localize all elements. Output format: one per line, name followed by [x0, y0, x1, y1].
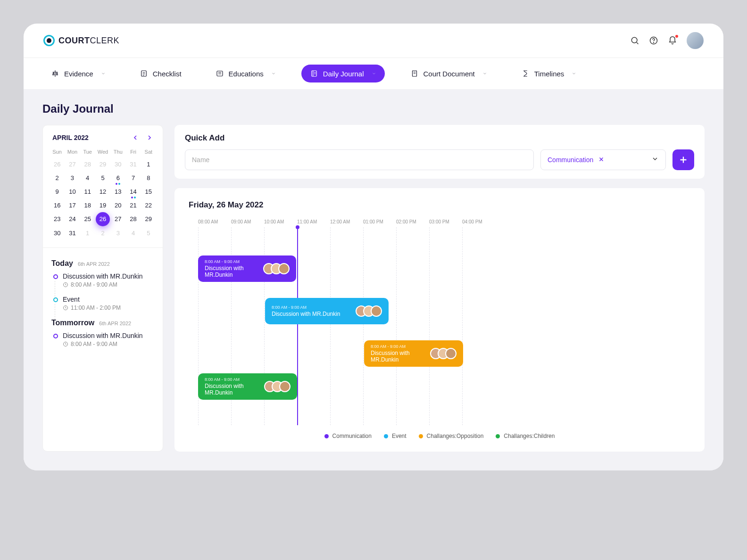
calendar-day[interactable]: 2: [50, 171, 65, 185]
calendar-day[interactable]: 7: [125, 171, 141, 185]
timeline-event[interactable]: 8:00 AM - 9:00 AMDiscussion with MR.Dunk…: [265, 298, 389, 324]
calendar-nav: [132, 134, 153, 141]
legend-label: Challanges:Children: [504, 433, 555, 439]
calendar-day[interactable]: 19: [95, 198, 110, 212]
calendar-day[interactable]: 1: [141, 157, 156, 171]
calendar-day[interactable]: 14: [125, 185, 141, 198]
avatar-icon: [371, 305, 382, 317]
quick-add-category-select[interactable]: Communication: [540, 149, 666, 170]
calendar-day[interactable]: 4: [80, 171, 95, 185]
svg-point-0: [631, 37, 637, 43]
calendar-day[interactable]: 30: [110, 157, 125, 171]
agenda-item[interactable]: Event 11:00 AM - 2:00 PM: [51, 296, 154, 311]
help-icon[interactable]: [649, 36, 658, 45]
timeline-event-time: 8:00 AM - 9:00 AM: [272, 305, 340, 310]
calendar-day[interactable]: 31: [65, 226, 80, 240]
timeline-event-title: Discussion with MR.Dunkin: [205, 383, 259, 396]
calendar-day[interactable]: 16: [50, 198, 65, 212]
calendar-day[interactable]: 27: [110, 212, 125, 226]
calendar-day[interactable]: 13: [110, 185, 125, 198]
legend-label: Event: [392, 433, 407, 439]
calendar-day[interactable]: 26: [50, 157, 65, 171]
quick-add-submit-button[interactable]: [672, 149, 694, 170]
timeline-event[interactable]: 8:00 AM - 9:00 AMDiscussion with MR.Dunk…: [364, 340, 463, 367]
calendar-day[interactable]: 3: [65, 171, 80, 185]
timeline-hour-label: 11:00 AM: [297, 219, 330, 224]
calendar-day[interactable]: 20: [110, 198, 125, 212]
legend-item: Communication: [324, 433, 372, 439]
chevron-down-icon: [271, 71, 276, 76]
calendar-day[interactable]: 26: [96, 212, 110, 226]
notifications-icon[interactable]: [668, 36, 677, 45]
calendar-dow: Thu: [110, 146, 125, 157]
calendar-day[interactable]: 22: [141, 198, 156, 212]
timeline-legend: CommunicationEventChallanges:OppositionC…: [189, 433, 690, 439]
nav-item-educations[interactable]: Educations: [207, 65, 284, 82]
agenda-section-date: 6th APR 2022: [78, 261, 110, 267]
nav-icon: [216, 69, 224, 78]
timeline-hour-label: 02:00 PM: [396, 219, 429, 224]
calendar-day[interactable]: 28: [125, 212, 141, 226]
nav-item-evidence[interactable]: Evidence: [42, 65, 114, 82]
calendar-day[interactable]: 29: [141, 212, 156, 226]
calendar-day[interactable]: 10: [65, 185, 80, 198]
nav-item-court-document[interactable]: Court Document: [402, 65, 496, 82]
calendar-day[interactable]: 8: [141, 171, 156, 185]
top-icons: [630, 32, 704, 49]
agenda-bullet: [53, 334, 58, 338]
agenda-bullet: [53, 274, 58, 279]
timeline-now-indicator: [297, 227, 298, 425]
timeline-hour-label: 10:00 AM: [264, 219, 297, 224]
timeline-body: 8:00 AM - 9:00 AMDiscussion with MR.Dunk…: [189, 227, 690, 425]
chevron-down-icon: [572, 71, 576, 76]
calendar-day[interactable]: 4: [125, 226, 141, 240]
calendar-day[interactable]: 29: [95, 157, 110, 171]
calendar-day[interactable]: 25: [80, 212, 95, 226]
calendar-day[interactable]: 21: [125, 198, 141, 212]
timeline-event[interactable]: 8:00 AM - 9:00 AMDiscussion with MR.Dunk…: [198, 255, 296, 282]
calendar-day[interactable]: 23: [50, 212, 65, 226]
calendar-day[interactable]: 6: [110, 171, 125, 185]
nav-icon: [310, 69, 318, 78]
calendar-day[interactable]: 17: [65, 198, 80, 212]
calendar-day[interactable]: 1: [80, 226, 95, 240]
calendar-day[interactable]: 9: [50, 185, 65, 198]
timeline-event-title: Discussion with MR.Dunkin: [272, 311, 340, 317]
search-icon[interactable]: [630, 36, 639, 45]
logo[interactable]: COURTCLERK: [43, 35, 119, 46]
calendar-prev-button[interactable]: [132, 134, 139, 141]
calendar-day[interactable]: 28: [80, 157, 95, 171]
chevron-down-icon: [101, 71, 106, 76]
calendar-day[interactable]: 5: [95, 171, 110, 185]
calendar-day[interactable]: 5: [141, 226, 156, 240]
layout: APRIL 2022 SunMonTueWedThuFriSat26272829…: [42, 125, 705, 452]
calendar-day[interactable]: 11: [80, 185, 95, 198]
calendar-day[interactable]: 15: [141, 185, 156, 198]
agenda-item[interactable]: Discussion with MR.Dunkin 8:00 AM - 9:00…: [51, 272, 154, 288]
agenda-item[interactable]: Discussion with MR.Dunkin 8:00 AM - 9:00…: [51, 332, 154, 347]
calendar-day[interactable]: 31: [125, 157, 141, 171]
calendar-day[interactable]: 30: [50, 226, 65, 240]
nav-item-daily-journal[interactable]: Daily Journal: [301, 65, 385, 82]
agenda-section-title: Tommorrow: [51, 319, 94, 327]
calendar-day[interactable]: 2: [95, 226, 110, 240]
calendar-day[interactable]: 27: [65, 157, 80, 171]
tag-clear-icon[interactable]: [598, 156, 605, 164]
calendar-day[interactable]: 12: [95, 185, 110, 198]
legend-dot: [496, 434, 500, 438]
calendar-day[interactable]: 18: [80, 198, 95, 212]
timeline-header: 08:00 AM09:00 AM10:00 AM11:00 AM12:00 AM…: [189, 219, 690, 224]
nav-item-checklist[interactable]: Checklist: [131, 65, 190, 82]
user-avatar[interactable]: [687, 32, 704, 49]
agenda-item-time: 8:00 AM - 9:00 AM: [63, 281, 143, 288]
timeline-event-avatars: [356, 305, 382, 317]
nav-icon: [410, 69, 419, 78]
timeline-hour-label: 09:00 AM: [231, 219, 264, 224]
calendar-day[interactable]: 24: [65, 212, 80, 226]
calendar-day[interactable]: 3: [110, 226, 125, 240]
quick-add-name-input[interactable]: [185, 149, 534, 170]
calendar-next-button[interactable]: [146, 134, 153, 141]
timeline-event[interactable]: 8:00 AM - 9:00 AMDiscussion with MR.Dunk…: [198, 373, 297, 400]
nav-item-timelines[interactable]: Timelines: [513, 65, 585, 82]
agenda-item-time: 8:00 AM - 9:00 AM: [63, 341, 143, 347]
